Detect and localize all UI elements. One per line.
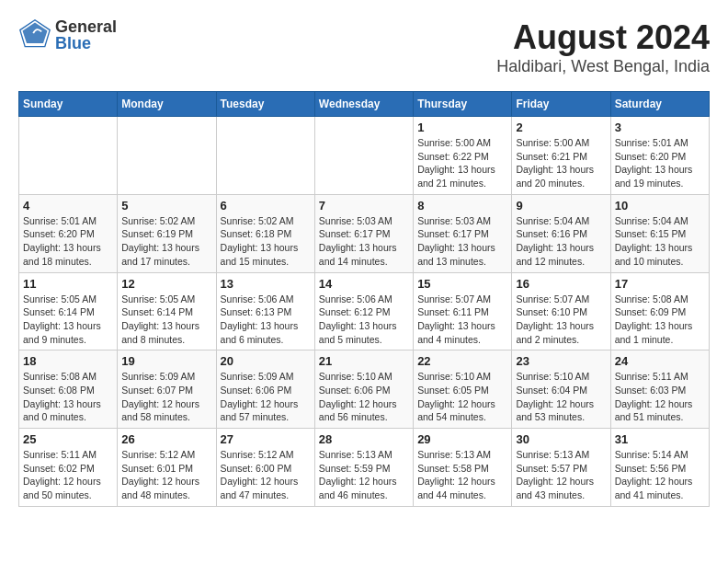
day-number: 6 (221, 199, 311, 213)
day-info: Sunrise: 5:13 AM Sunset: 5:57 PM Dayligh… (516, 448, 606, 502)
calendar-cell: 20Sunrise: 5:09 AM Sunset: 6:06 PM Dayli… (216, 350, 314, 429)
calendar-cell: 9Sunrise: 5:04 AM Sunset: 6:16 PM Daylig… (512, 194, 610, 272)
day-number: 8 (417, 199, 507, 213)
day-number: 24 (615, 354, 705, 368)
day-number: 20 (221, 354, 311, 368)
calendar-cell: 24Sunrise: 5:11 AM Sunset: 6:03 PM Dayli… (610, 350, 709, 429)
calendar-cell: 19Sunrise: 5:09 AM Sunset: 6:07 PM Dayli… (118, 350, 216, 429)
day-info: Sunrise: 5:14 AM Sunset: 5:56 PM Dayligh… (615, 448, 705, 502)
day-info: Sunrise: 5:05 AM Sunset: 6:14 PM Dayligh… (23, 293, 113, 347)
calendar-cell: 28Sunrise: 5:13 AM Sunset: 5:59 PM Dayli… (314, 429, 413, 507)
calendar-cell: 26Sunrise: 5:12 AM Sunset: 6:01 PM Dayli… (118, 429, 216, 507)
weekday-saturday: Saturday (610, 92, 709, 117)
day-info: Sunrise: 5:04 AM Sunset: 6:15 PM Dayligh… (615, 214, 705, 269)
title-block: August 2024 Haldibari, West Bengal, Indi… (496, 18, 710, 76)
day-number: 23 (516, 354, 606, 368)
calendar-cell (19, 117, 118, 195)
calendar-cell: 29Sunrise: 5:13 AM Sunset: 5:58 PM Dayli… (414, 429, 512, 507)
calendar-cell: 11Sunrise: 5:05 AM Sunset: 6:14 PM Dayli… (19, 272, 118, 350)
day-info: Sunrise: 5:00 AM Sunset: 6:21 PM Dayligh… (516, 136, 606, 190)
day-number: 12 (121, 277, 211, 291)
calendar-week-2: 11Sunrise: 5:05 AM Sunset: 6:14 PM Dayli… (19, 272, 710, 350)
day-info: Sunrise: 5:12 AM Sunset: 6:01 PM Dayligh… (121, 448, 211, 502)
day-number: 17 (615, 277, 705, 291)
day-info: Sunrise: 5:11 AM Sunset: 6:03 PM Dayligh… (615, 370, 705, 424)
day-info: Sunrise: 5:02 AM Sunset: 6:18 PM Dayligh… (221, 214, 311, 269)
day-info: Sunrise: 5:03 AM Sunset: 6:17 PM Dayligh… (417, 214, 507, 269)
calendar-cell: 7Sunrise: 5:03 AM Sunset: 6:17 PM Daylig… (314, 194, 413, 272)
day-info: Sunrise: 5:09 AM Sunset: 6:06 PM Dayligh… (221, 370, 311, 424)
weekday-tuesday: Tuesday (216, 92, 314, 117)
calendar-cell: 31Sunrise: 5:14 AM Sunset: 5:56 PM Dayli… (610, 429, 709, 507)
day-number: 16 (516, 277, 606, 291)
day-info: Sunrise: 5:05 AM Sunset: 6:14 PM Dayligh… (121, 293, 211, 347)
weekday-sunday: Sunday (19, 92, 118, 117)
day-number: 1 (417, 121, 507, 134)
page-subtitle: Haldibari, West Bengal, India (496, 57, 710, 76)
calendar-cell: 4Sunrise: 5:01 AM Sunset: 6:20 PM Daylig… (19, 194, 118, 272)
calendar-cell: 12Sunrise: 5:05 AM Sunset: 6:14 PM Dayli… (118, 272, 216, 350)
day-info: Sunrise: 5:10 AM Sunset: 6:04 PM Dayligh… (516, 370, 606, 424)
page-title: August 2024 (496, 18, 710, 57)
day-info: Sunrise: 5:13 AM Sunset: 5:58 PM Dayligh… (417, 448, 507, 502)
calendar-cell (314, 117, 413, 195)
calendar-cell (118, 117, 216, 195)
day-number: 18 (23, 354, 113, 368)
day-number: 21 (319, 354, 409, 368)
day-number: 11 (23, 277, 113, 291)
day-number: 29 (417, 432, 507, 446)
day-info: Sunrise: 5:01 AM Sunset: 6:20 PM Dayligh… (615, 136, 705, 190)
calendar-body: 1Sunrise: 5:00 AM Sunset: 6:22 PM Daylig… (19, 117, 710, 507)
day-number: 5 (121, 199, 211, 213)
day-number: 28 (319, 432, 409, 446)
calendar-cell (216, 117, 314, 195)
calendar-cell: 25Sunrise: 5:11 AM Sunset: 6:02 PM Dayli… (19, 429, 118, 507)
day-info: Sunrise: 5:01 AM Sunset: 6:20 PM Dayligh… (23, 214, 113, 269)
day-number: 15 (417, 277, 507, 291)
day-number: 26 (121, 432, 211, 446)
calendar-cell: 8Sunrise: 5:03 AM Sunset: 6:17 PM Daylig… (414, 194, 512, 272)
logo-general: General (55, 18, 117, 35)
day-number: 3 (615, 121, 705, 134)
calendar-cell: 21Sunrise: 5:10 AM Sunset: 6:06 PM Dayli… (314, 350, 413, 429)
calendar-cell: 22Sunrise: 5:10 AM Sunset: 6:05 PM Dayli… (414, 350, 512, 429)
weekday-monday: Monday (118, 92, 216, 117)
day-number: 25 (23, 432, 113, 446)
weekday-header-row: SundayMondayTuesdayWednesdayThursdayFrid… (19, 92, 710, 117)
day-info: Sunrise: 5:06 AM Sunset: 6:13 PM Dayligh… (221, 293, 311, 347)
calendar-cell: 30Sunrise: 5:13 AM Sunset: 5:57 PM Dayli… (512, 429, 610, 507)
day-number: 14 (319, 277, 409, 291)
logo-text: General Blue (55, 18, 117, 52)
day-info: Sunrise: 5:11 AM Sunset: 6:02 PM Dayligh… (23, 448, 113, 502)
day-number: 9 (516, 199, 606, 213)
calendar-table: SundayMondayTuesdayWednesdayThursdayFrid… (18, 91, 710, 507)
calendar-week-0: 1Sunrise: 5:00 AM Sunset: 6:22 PM Daylig… (19, 117, 710, 195)
calendar-cell: 14Sunrise: 5:06 AM Sunset: 6:12 PM Dayli… (314, 272, 413, 350)
day-number: 2 (516, 121, 606, 134)
calendar-header: SundayMondayTuesdayWednesdayThursdayFrid… (19, 92, 710, 117)
calendar-cell: 23Sunrise: 5:10 AM Sunset: 6:04 PM Dayli… (512, 350, 610, 429)
day-info: Sunrise: 5:13 AM Sunset: 5:59 PM Dayligh… (319, 448, 409, 502)
day-number: 27 (221, 432, 311, 446)
calendar-cell: 27Sunrise: 5:12 AM Sunset: 6:00 PM Dayli… (216, 429, 314, 507)
day-number: 10 (615, 199, 705, 213)
calendar-cell: 10Sunrise: 5:04 AM Sunset: 6:15 PM Dayli… (610, 194, 709, 272)
calendar-cell: 13Sunrise: 5:06 AM Sunset: 6:13 PM Dayli… (216, 272, 314, 350)
logo-icon (18, 18, 51, 52)
day-info: Sunrise: 5:04 AM Sunset: 6:16 PM Dayligh… (516, 214, 606, 269)
calendar-cell: 1Sunrise: 5:00 AM Sunset: 6:22 PM Daylig… (414, 117, 512, 195)
calendar-cell: 5Sunrise: 5:02 AM Sunset: 6:19 PM Daylig… (118, 194, 216, 272)
day-info: Sunrise: 5:03 AM Sunset: 6:17 PM Dayligh… (319, 214, 409, 269)
day-info: Sunrise: 5:00 AM Sunset: 6:22 PM Dayligh… (417, 136, 507, 190)
day-info: Sunrise: 5:02 AM Sunset: 6:19 PM Dayligh… (121, 214, 211, 269)
weekday-wednesday: Wednesday (314, 92, 413, 117)
day-info: Sunrise: 5:07 AM Sunset: 6:10 PM Dayligh… (516, 293, 606, 347)
day-info: Sunrise: 5:10 AM Sunset: 6:06 PM Dayligh… (319, 370, 409, 424)
day-number: 4 (23, 199, 113, 213)
calendar-cell: 15Sunrise: 5:07 AM Sunset: 6:11 PM Dayli… (414, 272, 512, 350)
day-info: Sunrise: 5:09 AM Sunset: 6:07 PM Dayligh… (121, 370, 211, 424)
logo: General Blue (18, 18, 117, 52)
calendar-week-4: 25Sunrise: 5:11 AM Sunset: 6:02 PM Dayli… (19, 429, 710, 507)
day-number: 13 (221, 277, 311, 291)
day-number: 30 (516, 432, 606, 446)
